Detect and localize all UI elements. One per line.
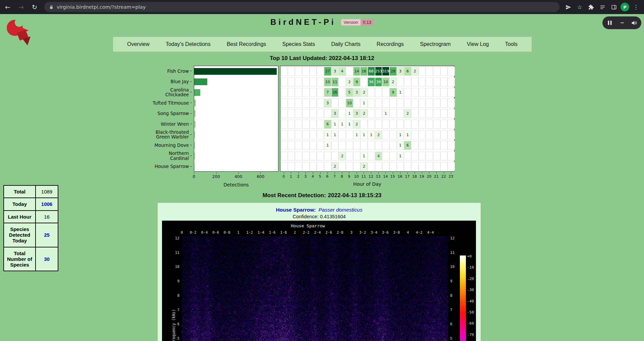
nav-item-overview[interactable]: Overview [127,41,150,47]
heatmap-x-tick: 23 [448,174,453,179]
heatmap-cell [310,120,317,129]
heatmap-cell [360,77,368,87]
heatmap-cell [280,88,288,97]
bar-labels: Fish CrowBlue JayCarolina ChickadeeTufte… [141,66,192,172]
heatmap-cell [331,141,339,150]
heatmap-cell [447,88,455,97]
heatmap-x-tick: 14 [383,174,388,179]
heatmap-cell: 28 [389,67,397,76]
bookmark-star-icon[interactable]: ☆ [575,2,584,12]
back-button[interactable]: ← [2,1,13,13]
heatmap-cell: 39 [375,77,382,87]
most-recent-timestamp: 2022-04-13 18:15:23 [328,192,382,198]
nav-item-today-s-detections[interactable]: Today's Detections [166,41,211,47]
heatmap-cell [411,130,419,139]
stats-row: Today1006 [4,198,58,210]
stat-value-today[interactable]: 1006 [36,198,58,210]
heatmap-cell [338,130,346,139]
extensions-icon[interactable] [586,2,596,12]
site-header: BirdNET-PiVersion0.13 [0,17,644,27]
heatmap-cell [419,77,426,87]
colorbar-tick: -40 [467,299,474,303]
side-panel-icon[interactable] [609,2,619,12]
spectrogram-y-tick-right: 5 [450,336,452,341]
nav-item-best-recordings[interactable]: Best Recordings [227,41,266,47]
heatmap-cell [295,120,302,129]
heatmap-cell [411,152,419,161]
heatmap-cell [302,67,310,76]
nav-item-view-log[interactable]: View Log [467,41,489,47]
spectrogram-x-tick: 0·2 [190,230,197,235]
heatmap-cell [310,109,317,118]
nav-item-daily-charts[interactable]: Daily Charts [331,41,361,47]
species-label-fish-crow: Fish Crow [152,66,192,76]
stat-value-species-detected-today[interactable]: 25 [36,223,58,247]
heatmap-cell [302,77,310,87]
heatmap-cell [346,67,353,76]
spectrogram-x-tick: 3 [350,230,353,235]
spectrogram-x-tick: 1·4 [258,230,264,235]
heatmap-x-tick: 22 [441,174,446,179]
reload-button[interactable]: ↻ [29,1,40,13]
spectrogram-y-tick-right: 12 [450,236,454,240]
heatmap-cell [433,109,440,118]
species-label-tufted-titmouse: Tufted Titmouse [152,98,192,108]
heatmap-cell [317,152,324,161]
most-recent-detection: Most Recent Detection:2022-04-13 18:15:2… [0,192,644,199]
heatmap-cell: 2 [338,152,346,161]
heatmap-cell [317,99,324,108]
spectrogram-x-tick: 3·8 [393,230,400,235]
spectrogram-x-tick: 2·6 [325,230,332,235]
heatmap-x-tick: 21 [434,174,439,179]
heatmap-x-tick: 15 [390,174,395,179]
heatmap-cell [404,152,411,161]
confidence-label: Confidence: [292,214,318,219]
heatmap-cell [382,141,389,150]
bar-carolina-chickadee [194,89,200,96]
stat-label-today: Today [4,198,36,210]
url-bar[interactable]: virginia.birdnetpi.com/?stream=play [44,2,559,12]
colorbar-tick: -60 [467,321,474,326]
heatmap-cell [353,162,361,171]
nav-item-species-stats[interactable]: Species Stats [282,41,315,47]
share-icon[interactable] [564,2,573,12]
profile-avatar[interactable]: P [621,3,629,11]
menu-icon[interactable]: ⋮ [631,2,641,12]
bar-x-tick: 0 [193,174,195,179]
heatmap-cell [310,162,317,171]
heatmap-cell [404,88,411,97]
most-recent-label: Most Recent Detection: [263,192,326,198]
reading-list-icon[interactable] [598,2,607,12]
nav-item-recordings[interactable]: Recordings [377,41,404,47]
heatmap-x-tick: 4 [312,174,314,179]
heatmap-cell [404,77,411,87]
spectrogram-image [182,236,448,341]
stat-value-total-number-of-species[interactable]: 30 [36,247,58,271]
nav-item-spectrogram[interactable]: Spectrogram [420,41,451,47]
heatmap-cell [447,152,455,161]
species-label-mourning-dove: Mourning Dove [152,140,192,151]
spectrogram-y-tick-left: 11 [169,250,179,255]
heatmap-cell [353,99,361,108]
heatmap-cell [280,109,288,118]
bar-tufted-titmouse [194,100,196,106]
nav-item-tools[interactable]: Tools [505,41,518,47]
heatmap-cell [324,109,331,118]
heatmap-cell [317,162,324,171]
stats-row: Total Number of Species30 [4,247,58,271]
heatmap-cell [404,99,411,108]
heatmap-cell [426,141,433,150]
heatmap-cell [419,120,426,129]
heatmap-x-tick: 16 [398,174,402,179]
heatmap-cell [368,162,375,171]
bar-x-tick: 400 [234,174,242,179]
forward-button[interactable]: → [15,1,27,13]
heatmap-cell [382,120,389,129]
heatmap-cell: 6 [404,67,411,76]
heatmap-cell: 26 [331,88,339,97]
heatmap-cell [389,120,397,129]
heatmap-cell: 14 [353,67,361,76]
species-link[interactable]: House Sparrow: [276,207,316,213]
page: BirdNET-PiVersion0.13 OverviewToday's De… [0,14,644,341]
version-badge: Version0.13 [341,19,374,25]
